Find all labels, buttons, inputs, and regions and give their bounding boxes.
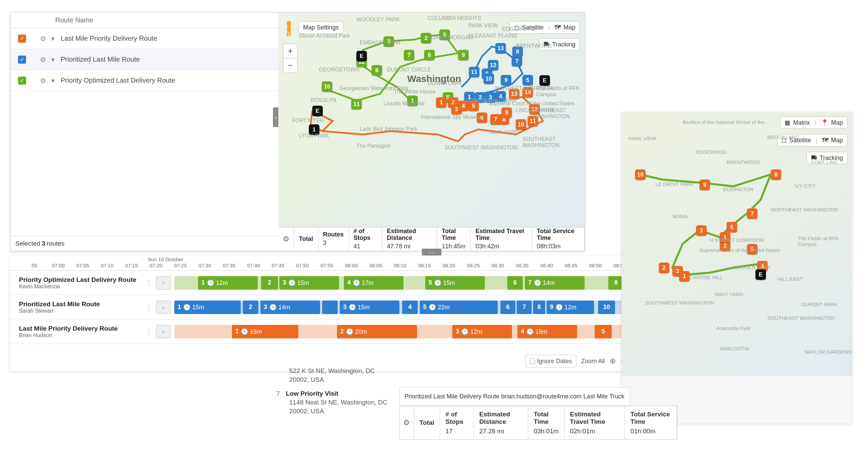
row-menu-icon[interactable]: ⋮ xyxy=(142,279,156,287)
gantt-segment[interactable]: 2 xyxy=(243,300,258,314)
routes-and-map-panel: Route Name ✓ ⚙▾ Last Mile Priority Deliv… xyxy=(10,12,585,251)
route-checkbox[interactable]: ✓ xyxy=(18,35,26,43)
route-checkbox[interactable]: ✓ xyxy=(18,56,26,64)
map-label: NAVY YARD xyxy=(715,291,743,297)
map-pin[interactable]: 12 xyxy=(488,60,498,70)
gantt-segment[interactable]: 7🕒 14m xyxy=(525,276,585,290)
gantt-segment[interactable]: 3🕒 15m xyxy=(340,300,399,314)
home-icon[interactable]: ⌂ xyxy=(156,300,171,314)
expand-down-handle[interactable]: ⌄⌄ xyxy=(422,249,441,255)
map-pin[interactable]: 1 xyxy=(679,271,690,282)
map-pin[interactable]: E xyxy=(755,269,766,280)
gantt-footer: Ignore Dates Zoom All ⊕ ⊖ xyxy=(525,355,627,368)
summary-col: Estimated Distance27.28 mi xyxy=(474,406,528,439)
route-name-column: Route Name xyxy=(55,16,93,24)
gantt-track[interactable]: 1🕒 15m2🕒 20m3🕒 12m4🕒 15m5 xyxy=(174,325,632,338)
map-pin[interactable]: 9 xyxy=(501,107,512,118)
map-pin[interactable]: 8 xyxy=(771,169,781,180)
map-label: SOUTHEAST WASHINGTON xyxy=(767,315,834,321)
gantt-segment[interactable]: 4🕒 15m xyxy=(517,325,577,338)
route-gear-icon[interactable]: ⚙ xyxy=(35,56,51,64)
map-pin[interactable]: 1 xyxy=(436,97,447,108)
gantt-segment[interactable]: 2 xyxy=(261,276,278,290)
route-row[interactable]: ✓ ⚙▾ Priority Optimized Last Delivery Ro… xyxy=(11,70,278,91)
gantt-segment[interactable] xyxy=(322,300,338,314)
collapse-sidebar-handle[interactable]: ‹ xyxy=(273,107,278,127)
home-icon[interactable]: ⌂ xyxy=(156,325,171,338)
zoom-all-button[interactable]: Zoom All xyxy=(581,358,605,365)
ignore-dates-toggle[interactable]: Ignore Dates xyxy=(525,355,576,368)
map-pin[interactable]: E xyxy=(356,51,367,61)
secondary-map[interactable]: ▦Matrix | 📍Map ◻Satellite|🗺Map ⛟Tracking… xyxy=(622,112,852,376)
caret-down-icon[interactable]: ▾ xyxy=(51,77,55,85)
map-pin[interactable]: 11 xyxy=(351,99,362,109)
map-label: CAPITOL HILL xyxy=(689,274,723,280)
route-row[interactable]: ✓ ⚙▾ Prioritized Last Mile Route xyxy=(11,49,278,70)
map-label: WOODLEY PARK xyxy=(356,17,400,23)
row-menu-icon[interactable]: ⋮ xyxy=(142,328,156,335)
caret-down-icon[interactable]: ▾ xyxy=(51,35,55,43)
map-pin[interactable]: E xyxy=(312,106,323,116)
gantt-track[interactable]: 1🕒 15m23🕒 14m3🕒 15m45🕒 22m6789🕒 12m10 xyxy=(174,300,632,314)
row-menu-icon[interactable]: ⋮ xyxy=(142,304,156,311)
caret-down-icon[interactable]: ▾ xyxy=(51,56,55,64)
map-label: BRENTWOOD xyxy=(727,159,760,165)
map-pin[interactable]: 10 xyxy=(322,81,332,92)
gantt-segment[interactable]: 5 xyxy=(595,325,612,338)
detail-gear-icon[interactable]: ⚙ xyxy=(400,406,414,439)
map-pin[interactable]: 10 xyxy=(635,169,646,180)
map-pin[interactable]: 7 xyxy=(747,208,757,219)
map-label: ECKINGTON xyxy=(723,186,753,192)
map-pin[interactable]: 2 xyxy=(659,263,669,273)
map-label: NAVY YARD xyxy=(489,129,519,136)
summary-col: Total xyxy=(414,406,440,439)
map-pin[interactable]: 11 xyxy=(469,67,479,77)
map-pin[interactable]: 9 xyxy=(501,75,511,85)
route-row[interactable]: ✓ ⚙▾ Last Mile Priority Delivery Route xyxy=(11,28,278,49)
main-map[interactable]: Map Settings ◻Satellite | 🗺Map ⛟Tracking… xyxy=(278,13,585,251)
map-pin[interactable]: 8 xyxy=(372,65,382,76)
gantt-segment[interactable]: 8 xyxy=(533,300,545,314)
route-checkbox[interactable]: ✓ xyxy=(18,77,26,85)
map-pin[interactable]: 7 xyxy=(404,50,414,60)
gantt-route-driver: Sarah Stewart xyxy=(19,308,142,314)
summary-gear-icon[interactable]: ⚙ xyxy=(278,227,294,251)
gantt-track[interactable]: 1🕒 12m23🕒 15m4🕒 17m5🕒 15m67🕒 14m8 xyxy=(174,276,632,290)
map-pin[interactable]: 6 xyxy=(424,50,435,60)
map-label: SOUTHWEST WASHINGTON xyxy=(645,300,714,306)
gantt-segment[interactable]: 1🕒 15m xyxy=(174,300,241,314)
gantt-segment[interactable]: 1🕒 15m xyxy=(232,325,298,338)
map-pin[interactable]: 13 xyxy=(495,43,506,54)
gantt-segment[interactable]: 2🕒 20m xyxy=(337,325,417,338)
route-detail-summary: ⚙ Total# of Stops17Estimated Distance27.… xyxy=(399,406,677,440)
map-label: LE DROIT PARK xyxy=(655,181,694,187)
gantt-segment[interactable]: 7 xyxy=(517,300,532,314)
gantt-segment[interactable]: 6 xyxy=(507,276,523,290)
summary-col: Routes3 xyxy=(318,227,349,251)
map-label: Glover Archbold Park xyxy=(299,33,350,39)
zoom-in-icon[interactable]: ⊕ xyxy=(610,357,616,366)
map-pin[interactable]: 9 xyxy=(699,180,710,190)
map-pin[interactable]: 3 xyxy=(696,225,707,236)
gantt-segment[interactable]: 4🕒 17m xyxy=(344,276,403,290)
gantt-segment[interactable]: 6 xyxy=(500,300,515,314)
route-gear-icon[interactable]: ⚙ xyxy=(35,77,51,85)
gantt-segment[interactable]: 5🕒 15m xyxy=(425,276,485,290)
gantt-segment[interactable]: 5🕒 22m xyxy=(420,300,498,314)
map-pin[interactable]: 10 xyxy=(484,74,494,84)
map-pin[interactable]: 5 xyxy=(522,75,533,85)
map-pin[interactable]: 6 xyxy=(727,222,737,232)
gantt-segment[interactable]: 3🕒 15m xyxy=(279,276,339,290)
gantt-segment[interactable]: 4 xyxy=(402,300,418,314)
gantt-segment[interactable]: 3🕒 12m xyxy=(452,325,512,338)
map-pin[interactable]: 9 xyxy=(458,50,469,60)
route-name: Last Mile Priority Delivery Route xyxy=(61,35,157,42)
route-gear-icon[interactable]: ⚙ xyxy=(35,35,51,43)
gantt-segment[interactable]: 3🕒 14m xyxy=(260,300,320,314)
gantt-segment[interactable]: 9🕒 12m xyxy=(547,300,594,314)
home-icon[interactable]: ⌂ xyxy=(156,276,171,290)
gantt-segment[interactable]: 1🕒 12m xyxy=(198,276,258,290)
map-pin[interactable]: E xyxy=(539,75,550,86)
map-pin[interactable]: 10 xyxy=(516,119,526,130)
gantt-segment[interactable]: 10 xyxy=(598,300,615,314)
